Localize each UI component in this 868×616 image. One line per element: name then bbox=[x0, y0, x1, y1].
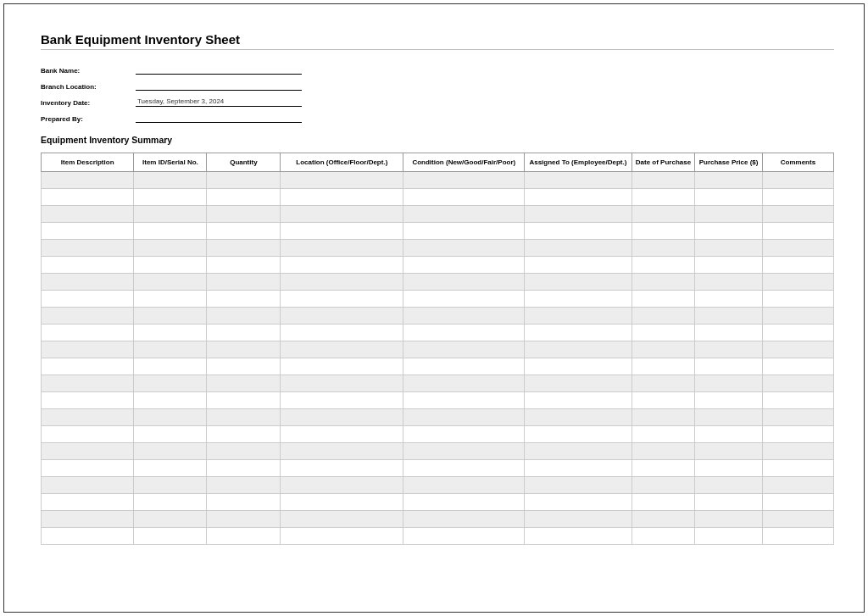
page-border bbox=[3, 3, 865, 613]
